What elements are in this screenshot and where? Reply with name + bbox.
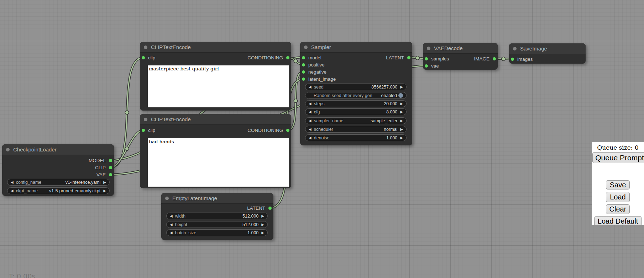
node-vae-decode[interactable]: VAEDecode samples vae IMAGE: [423, 43, 498, 70]
increment-arrow-icon[interactable]: ▶: [400, 110, 403, 114]
slot-dot-icon[interactable]: [302, 63, 305, 66]
slot-dot-icon[interactable]: [268, 207, 272, 210]
slot-dot-icon[interactable]: [286, 56, 289, 59]
node-titlebar[interactable]: EmptyLatentImage: [161, 193, 273, 204]
widget-ckpt-name[interactable]: ◀ ckpt_name v1-5-pruned-emaonly.ckpt ▶: [7, 187, 110, 194]
output-slot-latent[interactable]: LATENT: [386, 54, 410, 61]
decrement-arrow-icon[interactable]: ◀: [170, 223, 173, 226]
input-slot-vae[interactable]: vae: [425, 62, 439, 69]
collapse-dot-icon[interactable]: [144, 46, 147, 49]
input-slot-model[interactable]: model: [302, 54, 321, 61]
input-slot-clip[interactable]: clip: [142, 54, 155, 61]
input-slot-samples[interactable]: samples: [425, 55, 449, 62]
slot-dot-icon[interactable]: [302, 77, 305, 81]
increment-arrow-icon[interactable]: ▶: [261, 223, 264, 226]
load-button[interactable]: Load: [606, 192, 630, 202]
widget-width[interactable]: ◀ width 512.000 ▶: [166, 213, 268, 219]
increment-arrow-icon[interactable]: ▶: [400, 119, 403, 123]
slot-dot-icon[interactable]: [302, 70, 305, 74]
positive-prompt-textarea[interactable]: masterpiece best quality girl: [148, 65, 289, 107]
increment-arrow-icon[interactable]: ▶: [400, 102, 403, 106]
widget-batch-size[interactable]: ◀ batch_size 1.000 ▶: [166, 229, 268, 236]
widget-label: seed: [314, 85, 324, 90]
slot-dot-icon[interactable]: [142, 129, 145, 132]
widget-denoise[interactable]: ◀ denoise 1.000 ▶: [305, 134, 407, 141]
queue-prompt-button[interactable]: Queue Prompt: [592, 152, 644, 163]
decrement-arrow-icon[interactable]: ◀: [11, 181, 14, 184]
node-titlebar[interactable]: CLIPTextEncode: [140, 114, 291, 125]
slot-dot-icon[interactable]: [425, 57, 428, 60]
increment-arrow-icon[interactable]: ▶: [103, 181, 106, 184]
node-save-image[interactable]: SaveImage images: [509, 43, 586, 64]
negative-prompt-textarea[interactable]: bad hands: [148, 138, 289, 187]
collapse-dot-icon[interactable]: [304, 46, 308, 49]
decrement-arrow-icon[interactable]: ◀: [309, 128, 311, 131]
node-empty-latent-image[interactable]: EmptyLatentImage LATENT ◀ width 512.000 …: [161, 193, 273, 240]
widget-scheduler[interactable]: ◀ scheduler normal ▶: [305, 126, 407, 133]
input-slot-positive[interactable]: positive: [302, 61, 325, 68]
input-slot-negative[interactable]: negative: [302, 68, 326, 75]
widget-seed[interactable]: ◀ seed 8566257.000 ▶: [305, 84, 407, 90]
decrement-arrow-icon[interactable]: ◀: [309, 119, 311, 123]
slot-dot-icon[interactable]: [109, 159, 112, 162]
slot-dot-icon[interactable]: [302, 56, 305, 59]
decrement-arrow-icon[interactable]: ◀: [309, 102, 311, 106]
node-clip-text-encode-positive[interactable]: CLIPTextEncode clip CONDITIONING masterp…: [140, 42, 291, 111]
widget-config-name[interactable]: ◀ config_name v1-inference.yaml ▶: [7, 179, 110, 186]
widget-cfg[interactable]: ◀ cfg 8.000 ▶: [305, 108, 407, 115]
slot-label: negative: [308, 69, 326, 75]
node-titlebar[interactable]: CLIPTextEncode: [140, 42, 291, 53]
slot-label: model: [308, 55, 321, 60]
slot-dot-icon[interactable]: [142, 56, 145, 59]
toggle-knob-icon[interactable]: [398, 93, 403, 98]
input-slot-latent-image[interactable]: latent_image: [302, 75, 336, 82]
decrement-arrow-icon[interactable]: ◀: [11, 189, 14, 193]
widget-steps[interactable]: ◀ steps 20.000 ▶: [305, 100, 407, 107]
output-slot-clip[interactable]: CLIP: [95, 164, 112, 171]
slot-dot-icon[interactable]: [109, 166, 112, 169]
slot-dot-icon[interactable]: [109, 173, 112, 176]
node-clip-text-encode-negative[interactable]: CLIPTextEncode clip CONDITIONING bad han…: [140, 114, 291, 188]
slot-dot-icon[interactable]: [286, 129, 289, 132]
slot-dot-icon[interactable]: [425, 64, 428, 68]
output-slot-model[interactable]: MODEL: [89, 157, 112, 164]
collapse-dot-icon[interactable]: [513, 47, 517, 50]
slot-dot-icon[interactable]: [493, 57, 496, 60]
collapse-dot-icon[interactable]: [427, 47, 430, 50]
decrement-arrow-icon[interactable]: ◀: [170, 231, 173, 235]
increment-arrow-icon[interactable]: ▶: [261, 231, 264, 235]
increment-arrow-icon[interactable]: ▶: [400, 128, 403, 131]
slot-dot-icon[interactable]: [407, 56, 410, 59]
decrement-arrow-icon[interactable]: ◀: [170, 214, 173, 218]
output-slot-latent[interactable]: LATENT: [247, 204, 272, 212]
collapse-dot-icon[interactable]: [6, 148, 10, 151]
node-titlebar[interactable]: VAEDecode: [423, 43, 498, 54]
node-titlebar[interactable]: SaveImage: [509, 43, 586, 54]
collapse-dot-icon[interactable]: [165, 197, 169, 200]
decrement-arrow-icon[interactable]: ◀: [309, 136, 311, 140]
load-default-button[interactable]: Load Default: [594, 216, 642, 225]
node-titlebar[interactable]: CheckpointLoader: [2, 144, 114, 155]
decrement-arrow-icon[interactable]: ◀: [309, 110, 311, 114]
output-slot-image[interactable]: IMAGE: [474, 55, 496, 62]
input-slot-clip[interactable]: clip: [142, 127, 155, 134]
input-slot-images[interactable]: images: [511, 55, 533, 63]
clear-button[interactable]: Clear: [606, 204, 630, 214]
decrement-arrow-icon[interactable]: ◀: [309, 85, 311, 89]
output-slot-conditioning[interactable]: CONDITIONING: [247, 54, 289, 61]
widget-height[interactable]: ◀ height 512.000 ▶: [166, 221, 268, 228]
save-button[interactable]: Save: [606, 180, 630, 189]
output-slot-conditioning[interactable]: CONDITIONING: [247, 127, 289, 134]
node-titlebar[interactable]: Sampler: [300, 42, 412, 53]
output-slot-vae[interactable]: VAE: [96, 171, 112, 178]
increment-arrow-icon[interactable]: ▶: [400, 85, 403, 89]
increment-arrow-icon[interactable]: ▶: [103, 189, 106, 193]
increment-arrow-icon[interactable]: ▶: [261, 214, 264, 218]
slot-dot-icon[interactable]: [511, 58, 514, 61]
node-sampler[interactable]: Sampler model positive negative latent_i…: [300, 42, 412, 145]
increment-arrow-icon[interactable]: ▶: [400, 136, 403, 140]
collapse-dot-icon[interactable]: [144, 118, 147, 121]
node-checkpoint-loader[interactable]: CheckpointLoader MODEL CLIP VAE ◀ config…: [2, 144, 114, 196]
widget-sampler-name[interactable]: ◀ sampler_name sample_euler ▶: [305, 117, 407, 124]
widget-random-seed-toggle[interactable]: Random seed after every gen enabled: [305, 92, 407, 99]
